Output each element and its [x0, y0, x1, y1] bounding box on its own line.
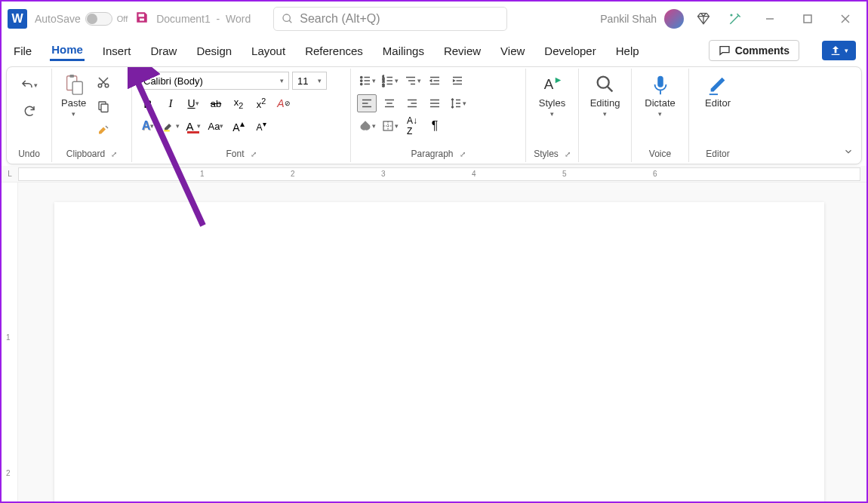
strikethrough-button[interactable]: ab	[206, 94, 226, 112]
wand-icon[interactable]	[723, 7, 747, 31]
align-right-button[interactable]	[402, 94, 422, 112]
superscript-button[interactable]: x2	[251, 94, 271, 112]
redo-button[interactable]	[20, 102, 39, 120]
svg-line-1	[289, 20, 291, 23]
undo-button[interactable]: ▾	[20, 76, 39, 94]
svg-point-0	[283, 14, 290, 21]
svg-rect-57	[657, 76, 663, 87]
tab-references[interactable]: References	[303, 41, 365, 60]
shrink-font-button[interactable]: A▾	[251, 117, 271, 135]
comments-button[interactable]: Comments	[709, 40, 799, 61]
svg-rect-9	[72, 81, 82, 94]
search-input[interactable]: Search (Alt+Q)	[273, 7, 507, 31]
bullets-button[interactable]: ▾	[357, 72, 377, 90]
autosave-label: AutoSave	[35, 13, 81, 25]
tab-help[interactable]: Help	[614, 41, 641, 60]
collapse-ribbon-button[interactable]	[843, 146, 854, 159]
tab-view[interactable]: View	[499, 41, 526, 60]
tab-file[interactable]: File	[12, 41, 33, 60]
editor-button[interactable]: Editor	[702, 72, 734, 110]
font-size-select[interactable]: 11▾	[292, 72, 327, 90]
maximize-button[interactable]	[793, 7, 823, 31]
minimize-button[interactable]	[755, 7, 785, 31]
editing-button[interactable]: Editing ▾	[587, 72, 623, 119]
editor-group-label: Editor	[695, 147, 740, 161]
svg-point-17	[360, 80, 362, 81]
subscript-button[interactable]: x2	[229, 94, 248, 112]
svg-point-55	[597, 77, 608, 88]
word-logo: W	[8, 9, 27, 29]
paste-button[interactable]: Paste ▾	[58, 72, 89, 119]
svg-rect-8	[69, 75, 74, 78]
numbering-button[interactable]: 123▾	[380, 72, 399, 90]
svg-rect-14	[164, 130, 170, 131]
document-name: Document1 - Word	[156, 13, 251, 25]
styles-launcher[interactable]: ⤢	[565, 150, 571, 158]
ruler-corner: L	[2, 166, 18, 182]
multilevel-list-button[interactable]: ▾	[402, 72, 422, 90]
paragraph-launcher[interactable]: ⤢	[460, 150, 466, 158]
svg-point-19	[360, 83, 362, 84]
username[interactable]: Pankil Shah	[600, 13, 657, 25]
svg-point-15	[360, 76, 362, 78]
underline-button[interactable]: U▾	[183, 94, 203, 112]
autosave-toggle[interactable]: AutoSave Off	[35, 12, 128, 26]
grow-font-button[interactable]: A▴	[229, 117, 248, 135]
sort-button[interactable]: A↓Z	[402, 117, 422, 135]
decrease-indent-button[interactable]	[425, 72, 445, 90]
justify-button[interactable]	[425, 94, 445, 112]
tab-developer[interactable]: Developer	[543, 41, 597, 60]
tab-design[interactable]: Design	[195, 41, 233, 60]
cut-button[interactable]	[94, 73, 113, 91]
svg-text:3: 3	[382, 83, 384, 87]
styles-group-label: Styles	[534, 149, 559, 159]
align-center-button[interactable]	[380, 94, 399, 112]
font-color-button[interactable]: A▾	[183, 117, 203, 135]
text-effects-button[interactable]: A▾	[138, 117, 158, 135]
font-launcher[interactable]: ⤢	[251, 150, 257, 158]
dictate-button[interactable]: Dictate ▾	[642, 72, 678, 119]
share-button[interactable]: ▾	[822, 41, 856, 60]
vertical-ruler[interactable]: 1 2	[2, 182, 18, 501]
document-page[interactable]	[54, 202, 824, 503]
change-case-button[interactable]: Aa▾	[206, 117, 226, 135]
styles-button[interactable]: A Styles ▾	[536, 72, 568, 119]
autosave-state: Off	[117, 14, 128, 23]
search-placeholder: Search (Alt+Q)	[300, 12, 380, 26]
shading-button[interactable]: ▾	[357, 117, 377, 135]
svg-line-56	[607, 87, 612, 92]
save-icon[interactable]	[135, 11, 149, 27]
svg-rect-13	[101, 104, 108, 112]
copy-button[interactable]	[94, 97, 113, 115]
align-left-button[interactable]	[357, 94, 377, 112]
clipboard-group-label: Clipboard	[66, 149, 105, 159]
bold-button[interactable]: B	[138, 94, 158, 112]
highlight-button[interactable]: ▾	[161, 117, 180, 135]
show-marks-button[interactable]: ¶	[425, 117, 445, 135]
increase-indent-button[interactable]	[448, 72, 467, 90]
clear-formatting-button[interactable]: A⊘	[274, 94, 294, 112]
voice-group-label: Voice	[638, 147, 682, 161]
paragraph-group-label: Paragraph	[411, 149, 453, 159]
svg-rect-4	[804, 15, 811, 23]
svg-text:A: A	[543, 76, 553, 92]
avatar[interactable]	[664, 9, 684, 29]
tab-draw[interactable]: Draw	[149, 41, 178, 60]
line-spacing-button[interactable]: ▾	[448, 94, 467, 112]
diamond-icon[interactable]	[691, 7, 716, 31]
format-painter-button[interactable]	[94, 121, 113, 140]
font-name-select[interactable]: Calibri (Body)▾	[138, 72, 289, 90]
tab-mailings[interactable]: Mailings	[381, 41, 426, 60]
tab-layout[interactable]: Layout	[250, 41, 287, 60]
tab-insert[interactable]: Insert	[101, 41, 133, 60]
horizontal-ruler[interactable]: 1 2 3 4 5 6	[18, 167, 860, 181]
close-button[interactable]	[830, 7, 860, 31]
font-group-label: Font	[226, 149, 244, 159]
italic-button[interactable]: I	[161, 94, 180, 112]
undo-group-label: Undo	[13, 147, 45, 161]
svg-point-2	[731, 14, 732, 16]
borders-button[interactable]: ▾	[380, 117, 399, 135]
tab-home[interactable]: Home	[50, 40, 85, 61]
tab-review[interactable]: Review	[442, 41, 482, 60]
clipboard-launcher[interactable]: ⤢	[111, 150, 117, 158]
